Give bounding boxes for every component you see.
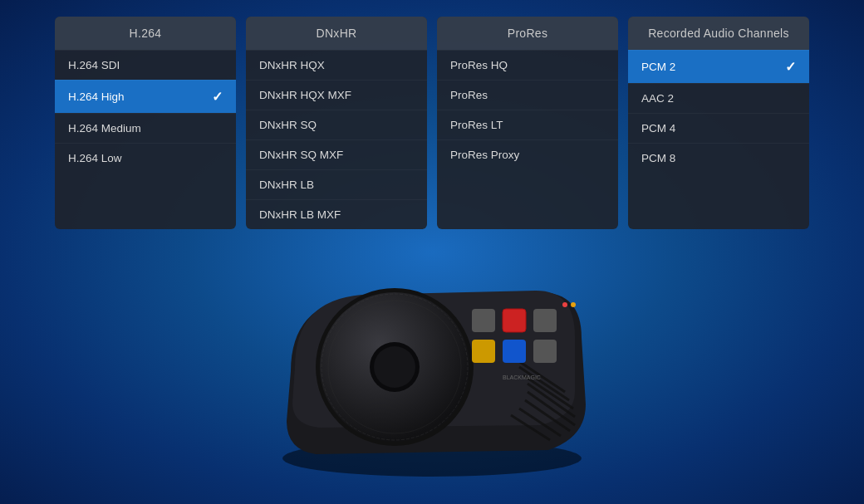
menu-item-label-dnxhr-2: DNxHR SQ [259,119,317,131]
menu-panel-h264: H.264H.264 SDIH.264 High✓H.264 MediumH.2… [55,17,236,229]
svg-point-22 [562,302,567,307]
menu-item-label-h264-1: H.264 High [68,91,125,103]
menu-item-label-dnxhr-1: DNxHR HQX MXF [259,89,351,101]
menu-item-label-audio-0: PCM 2 [641,61,675,73]
menu-item-label-h264-0: H.264 SDI [68,59,120,71]
menu-item-dnxhr-2[interactable]: DNxHR SQ [246,110,427,139]
menu-item-audio-3[interactable]: PCM 8 [628,143,809,173]
menu-header-h264: H.264 [55,17,236,50]
check-icon-h264-1: ✓ [212,89,223,105]
svg-rect-17 [472,309,495,332]
menu-item-label-h264-2: H.264 Medium [68,122,141,135]
menu-item-label-dnxhr-0: DNxHR HQX [259,59,325,71]
menu-item-label-audio-1: AAC 2 [641,92,674,105]
menu-item-label-prores-1: ProRes [450,89,488,101]
menu-item-label-prores-3: ProRes Proxy [450,149,519,161]
menu-item-label-prores-0: ProRes HQ [450,59,508,71]
svg-point-23 [571,302,576,307]
menu-item-audio-0[interactable]: PCM 2✓ [628,50,809,83]
check-icon-audio-0: ✓ [785,59,796,75]
menu-item-prores-3[interactable]: ProRes Proxy [437,139,618,169]
menu-item-label-audio-2: PCM 4 [641,122,675,135]
menu-header-dnxhr: DNxHR [246,17,427,50]
menu-item-label-audio-3: PCM 8 [641,152,675,164]
menus-container: H.264H.264 SDIH.264 High✓H.264 MediumH.2… [50,17,814,229]
menu-item-h264-2[interactable]: H.264 Medium [55,113,236,143]
svg-rect-19 [472,340,495,363]
device-container: BLACKMAGIC [258,238,606,479]
menu-item-audio-2[interactable]: PCM 4 [628,113,809,143]
menu-item-dnxhr-1[interactable]: DNxHR HQX MXF [246,80,427,110]
menu-panel-prores: ProResProRes HQProResProRes LTProRes Pro… [437,17,618,229]
menu-item-dnxhr-4[interactable]: DNxHR LB [246,169,427,199]
menu-item-prores-0[interactable]: ProRes HQ [437,50,618,80]
menu-item-audio-1[interactable]: AAC 2 [628,83,809,113]
menu-item-dnxhr-0[interactable]: DNxHR HQX [246,50,427,80]
svg-rect-18 [533,309,557,332]
menu-item-label-dnxhr-3: DNxHR SQ MXF [259,149,343,161]
menu-item-h264-1[interactable]: H.264 High✓ [55,80,236,113]
menu-header-audio: Recorded Audio Channels [628,17,809,50]
svg-rect-20 [503,340,526,363]
menu-header-prores: ProRes [437,17,618,50]
menu-panel-dnxhr: DNxHRDNxHR HQXDNxHR HQX MXFDNxHR SQDNxHR… [246,17,427,229]
svg-rect-15 [503,309,526,332]
menu-item-label-dnxhr-4: DNxHR LB [259,179,314,191]
menu-item-label-prores-2: ProRes LT [450,119,503,131]
menu-item-h264-0[interactable]: H.264 SDI [55,50,236,80]
svg-rect-21 [533,340,557,363]
menu-panel-audio: Recorded Audio ChannelsPCM 2✓AAC 2PCM 4P… [628,17,809,229]
menu-item-h264-3[interactable]: H.264 Low [55,143,236,173]
menu-item-prores-1[interactable]: ProRes [437,80,618,110]
menu-item-prores-2[interactable]: ProRes LT [437,110,618,139]
menu-item-dnxhr-3[interactable]: DNxHR SQ MXF [246,139,427,169]
menu-item-label-h264-3: H.264 Low [68,152,122,164]
svg-text:BLACKMAGIC: BLACKMAGIC [503,374,541,380]
menu-item-label-dnxhr-5: DNxHR LB MXF [259,208,341,221]
svg-point-14 [374,346,415,388]
menu-item-dnxhr-5[interactable]: DNxHR LB MXF [246,199,427,229]
